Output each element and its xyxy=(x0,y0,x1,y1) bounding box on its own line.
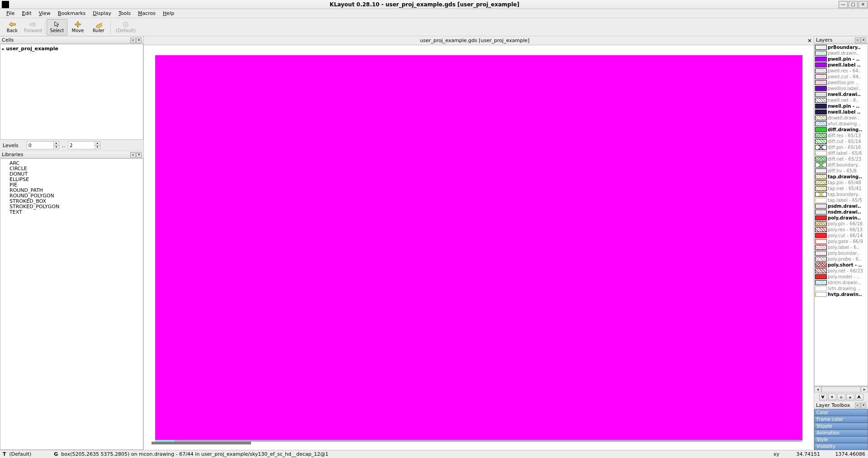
nav-home-icon[interactable]: ⌂ xyxy=(837,394,845,401)
layer-row[interactable]: poly.short - .. xyxy=(815,262,868,268)
select-button[interactable]: Select xyxy=(47,19,67,35)
layer-row[interactable]: pwell.res - 64.. xyxy=(815,68,868,74)
default-mode-button[interactable]: (Default) xyxy=(112,19,139,35)
layer-row[interactable]: diff.label - 65/6 xyxy=(815,150,868,156)
maximize-button[interactable]: □ xyxy=(849,1,858,8)
menu-edit[interactable]: Edit xyxy=(18,10,35,17)
tab-close-button[interactable]: ✕ xyxy=(806,38,814,44)
forward-button[interactable]: Forward xyxy=(23,19,43,35)
toolbox-close-button[interactable]: ✕ xyxy=(861,403,866,408)
layer-row[interactable]: dnwell.drawi.. xyxy=(815,115,868,121)
levels-from-spinner[interactable]: ▴▾ xyxy=(27,141,59,149)
layer-row[interactable]: tap.net - 65/41 xyxy=(815,186,868,191)
layer-row[interactable]: hvtp.drawin.. xyxy=(815,291,868,297)
layer-row[interactable]: diff.res - 65/13 xyxy=(815,133,868,138)
scroll-track[interactable] xyxy=(821,386,861,392)
layer-row[interactable]: nwell.net - 8.. xyxy=(815,97,868,103)
layer-row[interactable]: diff.cut - 65/14 xyxy=(815,138,868,144)
layers-detach-button[interactable]: ▫ xyxy=(855,38,860,43)
layer-row[interactable]: poly.boundar.. xyxy=(815,250,868,256)
layout-tab[interactable]: user_proj_example.gds [user_proj_example… xyxy=(144,37,806,44)
layer-row[interactable]: diff.net - 65/23 xyxy=(815,156,868,162)
move-button[interactable]: Move xyxy=(67,19,88,35)
toolbox-frame-color-button[interactable]: Frame color xyxy=(814,416,868,423)
layer-row[interactable]: poly.label - 6.. xyxy=(815,244,868,250)
cell-row-root[interactable]: ▸ user_proj_example xyxy=(1,45,142,52)
spin-down-icon[interactable]: ▾ xyxy=(95,145,100,149)
cells-tree[interactable]: ▸ user_proj_example xyxy=(0,44,143,140)
layer-row[interactable]: poly.net - 66/23 xyxy=(815,268,868,274)
layer-row[interactable]: poly.probe - 6.. xyxy=(815,256,868,262)
levels-from-input[interactable] xyxy=(27,141,54,149)
layer-row[interactable]: pwelliso.pin .. xyxy=(815,80,868,86)
toolbox-color-button[interactable]: Color xyxy=(814,409,868,416)
layer-row[interactable]: nwell.label .. xyxy=(815,109,868,115)
layer-row[interactable]: pwell.label .. xyxy=(815,62,868,68)
nav-down-double-icon[interactable]: ⮟ xyxy=(819,394,827,401)
minimize-button[interactable]: — xyxy=(839,1,848,8)
libraries-close-button[interactable]: ✕ xyxy=(136,152,142,157)
layer-row[interactable]: poly.model - .. xyxy=(815,274,868,280)
nav-up-double-icon[interactable]: ⮝ xyxy=(855,394,863,401)
toolbox-style-button[interactable]: Style xyxy=(814,436,868,443)
library-item[interactable]: ELLIPSE xyxy=(3,177,140,182)
levels-to-input[interactable] xyxy=(68,141,95,149)
layers-list[interactable]: prBoundary..pwell.drawin..pwell.pin - ..… xyxy=(814,44,868,386)
scroll-right-icon[interactable]: ▸ xyxy=(861,386,868,392)
nav-up-icon[interactable]: ▴ xyxy=(846,394,854,401)
layer-row[interactable]: pwelliso.label.. xyxy=(815,86,868,91)
layers-hscroll[interactable]: ◂ ▸ xyxy=(814,386,868,392)
layer-row[interactable]: tap.label - 65/5 xyxy=(815,197,868,203)
toolbox-animation-button[interactable]: Animation xyxy=(814,429,868,436)
layer-row[interactable]: lvtn.drawing .. xyxy=(815,286,868,291)
libraries-detach-button[interactable]: ▫ xyxy=(130,152,136,157)
menu-tools[interactable]: Tools xyxy=(115,10,134,17)
layer-row[interactable]: tap.boundary.. xyxy=(815,191,868,197)
close-button[interactable]: ✕ xyxy=(859,1,868,8)
toolbox-visibility-button[interactable]: Visibility xyxy=(814,443,868,450)
expand-caret-icon[interactable]: ▸ xyxy=(2,47,5,51)
menu-bookmarks[interactable]: Bookmarks xyxy=(54,10,89,17)
layer-row[interactable]: diff.pin - 65/16 xyxy=(815,144,868,150)
toolbox-detach-button[interactable]: ▫ xyxy=(855,403,860,408)
layer-row[interactable]: pwell.cut - 64.. xyxy=(815,74,868,80)
scrollbar-thumb[interactable] xyxy=(152,442,251,444)
layer-row[interactable]: vhvi.drawing .. xyxy=(815,121,868,127)
cells-close-button[interactable]: ✕ xyxy=(136,38,142,43)
spin-down-icon[interactable]: ▾ xyxy=(53,145,59,149)
layer-row[interactable]: psdm.drawi.. xyxy=(815,203,868,209)
nav-down-icon[interactable]: ▾ xyxy=(828,394,836,401)
layer-row[interactable]: tap.pin - 65/48 xyxy=(815,180,868,186)
menu-help[interactable]: Help xyxy=(159,10,178,17)
libraries-list[interactable]: ARCCIRCLEDONUTELLIPSEPIEROUND_PATHROUND_… xyxy=(0,158,143,450)
ruler-button[interactable]: Ruler xyxy=(88,19,109,35)
layer-row[interactable]: nwell.pin - .. xyxy=(815,103,868,109)
layer-row[interactable]: diff.boundary.. xyxy=(815,162,868,168)
layer-row[interactable]: poly.gate - 66/9 xyxy=(815,239,868,244)
layer-row[interactable]: ldntm.drawin.. xyxy=(815,280,868,286)
layer-row[interactable]: nwell.drawi.. xyxy=(815,91,868,97)
layer-row[interactable]: diff.drawing.. xyxy=(815,127,868,133)
layout-canvas[interactable] xyxy=(144,45,814,450)
layers-close-button[interactable]: ✕ xyxy=(861,38,866,43)
scroll-left-icon[interactable]: ◂ xyxy=(814,386,821,392)
layer-row[interactable]: prBoundary.. xyxy=(815,44,868,50)
menu-macros[interactable]: Macros xyxy=(134,10,159,17)
cells-detach-button[interactable]: ▫ xyxy=(130,38,136,43)
menu-display[interactable]: Display xyxy=(89,10,115,17)
menu-file[interactable]: File xyxy=(3,10,18,17)
layer-row[interactable]: tap.drawing.. xyxy=(815,174,868,180)
layer-row[interactable]: poly.drawin.. xyxy=(815,215,868,221)
toolbox-stipple-button[interactable]: Stipple xyxy=(814,423,868,429)
layer-row[interactable]: poly.pin - 66/16 xyxy=(815,221,868,227)
spin-up-icon[interactable]: ▴ xyxy=(53,141,59,145)
menu-view[interactable]: View xyxy=(35,10,54,17)
library-item[interactable]: TEXT xyxy=(3,210,140,215)
spin-up-icon[interactable]: ▴ xyxy=(95,141,100,145)
back-button[interactable]: Back xyxy=(2,19,23,35)
layer-row[interactable]: nsdm.drawi.. xyxy=(815,209,868,215)
layer-row[interactable]: pwell.pin - .. xyxy=(815,56,868,62)
layer-row[interactable]: pwell.drawin.. xyxy=(815,50,868,56)
layer-row[interactable]: diff.hv - 65/8 xyxy=(815,168,868,174)
layer-row[interactable]: poly.res - 66/13 xyxy=(815,227,868,233)
